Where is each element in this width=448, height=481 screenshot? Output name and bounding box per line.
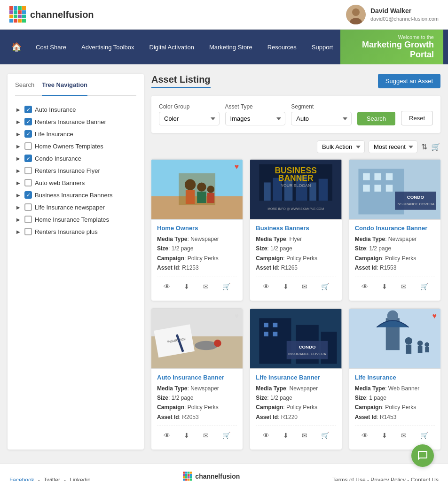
segment-select[interactable]: Auto <box>291 112 352 125</box>
tree-item-life-insurance[interactable]: ▶ Life Insurance <box>15 128 136 140</box>
tree-item-renters-insurance-plus[interactable]: ▶ Renters Insurance plus <box>15 225 136 238</box>
checkbox-renters-insurance-banner[interactable] <box>24 118 32 125</box>
card-meta: Media Type: Flyer Size: 1/2 page Campaig… <box>256 234 336 273</box>
svg-rect-79 <box>185 472 187 473</box>
nav-item-advertising-toolbox[interactable]: Advertising Toolbox <box>74 37 142 57</box>
reset-button[interactable]: Reset <box>401 111 433 125</box>
tree-item-renters-insurance-banner[interactable]: ▶ Renters Insurance Banner <box>15 116 136 128</box>
view-button[interactable]: 👁 <box>160 430 174 441</box>
svg-rect-27 <box>207 193 215 203</box>
asset-listing-title: Asset Listing <box>151 74 211 88</box>
checkbox-business-insurance-banners[interactable] <box>24 191 32 199</box>
email-button[interactable]: ✉ <box>397 281 410 292</box>
nav-item-marketing-store[interactable]: Marketing Store <box>202 37 260 57</box>
checkbox-condo-insurance[interactable] <box>24 155 32 162</box>
privacy-link[interactable]: Privacy Policy <box>370 477 406 481</box>
tree-item-auto-insurance[interactable]: ▶ Auto Insurance <box>15 103 136 116</box>
checkbox-auto-web-banners[interactable] <box>24 179 32 186</box>
favorite-icon[interactable]: ♥ <box>235 312 239 320</box>
tree-item-life-insurance-newspaper[interactable]: ▶ Life Insurance newspaper <box>15 201 136 213</box>
download-button[interactable]: ⬇ <box>378 281 391 292</box>
sort-icon[interactable]: ⇅ <box>421 142 427 151</box>
card-auto-insurance-banner: INSURANCE ♥ Auto Insurance Banner Media … <box>151 308 243 450</box>
linkedin-link[interactable]: Linkedin <box>70 477 91 481</box>
nav-welcome-title: Marketing Growth Portal <box>350 40 434 60</box>
nav-item-digital-activation[interactable]: Digital Activation <box>142 37 202 57</box>
svg-rect-43 <box>374 173 381 180</box>
view-button[interactable]: 👁 <box>259 281 273 292</box>
bulk-action-select[interactable]: Bulk Action <box>317 140 365 153</box>
svg-text:INSURANCE COVERA: INSURANCE COVERA <box>288 352 327 356</box>
checkbox-auto-insurance[interactable] <box>24 106 32 113</box>
tree-item-home-owners-templates[interactable]: ▶ Home Owners Templates <box>15 140 136 152</box>
segment-label: Segment <box>291 103 352 110</box>
favorite-icon[interactable]: ♥ <box>235 163 239 171</box>
tree-item-home-insurance-templates[interactable]: ▶ Home Insurance Templates <box>15 213 136 225</box>
email-button[interactable]: ✉ <box>298 281 311 292</box>
view-button[interactable]: 👁 <box>358 281 372 292</box>
color-group-select[interactable]: Color <box>159 112 220 125</box>
view-button[interactable]: 👁 <box>358 430 372 441</box>
card-image-life-banner: CONDO INSURANCE COVERA <box>250 308 341 369</box>
nav-item-support[interactable]: Support <box>304 37 341 57</box>
tree-item-auto-web-banners[interactable]: ▶ Auto web Banners <box>15 177 136 189</box>
svg-rect-45 <box>363 185 370 192</box>
download-button[interactable]: ⬇ <box>279 281 292 292</box>
card-business-banners: BUSINESS BANNER YOUR SLOGAN MORE INFO @ … <box>250 159 341 301</box>
cart-icon[interactable]: 🛒 <box>431 142 440 151</box>
suggest-asset-button[interactable]: Suggest an Asset <box>378 74 440 88</box>
cart-button[interactable]: 🛒 <box>317 430 333 441</box>
nav-item-cost-share[interactable]: Cost Share <box>28 37 74 57</box>
tree-item-business-insurance-banners[interactable]: ▶ Business Insurance Banners <box>15 189 136 201</box>
svg-rect-87 <box>185 476 187 478</box>
search-button[interactable]: Search <box>357 112 395 125</box>
user-name: David Walker <box>370 7 439 16</box>
email-button[interactable]: ✉ <box>397 430 410 441</box>
chat-button[interactable] <box>411 444 434 467</box>
svg-rect-89 <box>190 476 192 478</box>
checkbox-renters-insurance-plus[interactable] <box>24 228 32 235</box>
checkbox-life-insurance[interactable] <box>24 130 32 138</box>
svg-point-71 <box>387 310 398 321</box>
view-button[interactable]: 👁 <box>259 430 273 441</box>
svg-text:BANNER: BANNER <box>278 173 314 183</box>
terms-link[interactable]: Terms of Use <box>332 477 366 481</box>
tree-item-condo-insurance[interactable]: ▶ Condo Insurance <box>15 152 136 164</box>
tree-item-renters-insurance-flyer[interactable]: ▶ Renters Insurance Flyer <box>15 164 136 177</box>
tab-search[interactable]: Search <box>15 81 34 91</box>
twitter-link[interactable]: Twitter <box>44 477 60 481</box>
cart-button[interactable]: 🛒 <box>417 281 432 292</box>
cart-button[interactable]: 🛒 <box>417 430 432 441</box>
svg-rect-62 <box>264 323 268 327</box>
favorite-icon[interactable]: ♥ <box>432 312 437 320</box>
email-button[interactable]: ✉ <box>199 281 212 292</box>
cart-button[interactable]: 🛒 <box>219 430 234 441</box>
card-life-insurance-banner: CONDO INSURANCE COVERA Life Insurance Ba… <box>250 308 341 450</box>
cart-button[interactable]: 🛒 <box>317 281 333 292</box>
contact-link[interactable]: Contact Us <box>411 477 439 481</box>
svg-rect-6 <box>18 10 22 14</box>
sort-select[interactable]: Most recent <box>369 140 417 153</box>
download-button[interactable]: ⬇ <box>180 430 193 441</box>
nav-home-icon[interactable]: 🏠 <box>5 35 28 59</box>
email-button[interactable]: ✉ <box>298 430 311 441</box>
download-button[interactable]: ⬇ <box>180 281 193 292</box>
view-button[interactable]: 👁 <box>160 281 174 292</box>
tree-list: ▶ Auto Insurance ▶ Renters Insurance Ban… <box>15 103 136 238</box>
svg-rect-64 <box>264 332 268 336</box>
checkbox-home-owners-templates[interactable] <box>24 142 32 150</box>
main-content: Search Tree Navigation ▶ Auto Insurance … <box>0 74 448 450</box>
email-button[interactable]: ✉ <box>199 430 212 441</box>
download-button[interactable]: ⬇ <box>378 430 391 441</box>
chevron-icon: ▶ <box>15 106 22 113</box>
checkbox-renters-insurance-flyer[interactable] <box>24 167 32 174</box>
nav-item-resources[interactable]: Resources <box>260 37 304 57</box>
facebook-link[interactable]: Facebook <box>9 477 34 481</box>
checkbox-home-insurance-templates[interactable] <box>24 216 32 223</box>
svg-rect-12 <box>9 19 13 23</box>
asset-type-select[interactable]: Images <box>225 112 286 125</box>
cart-button[interactable]: 🛒 <box>219 281 234 292</box>
tab-tree-navigation[interactable]: Tree Navigation <box>42 81 87 96</box>
checkbox-life-insurance-newspaper[interactable] <box>24 203 32 211</box>
download-button[interactable]: ⬇ <box>279 430 292 441</box>
